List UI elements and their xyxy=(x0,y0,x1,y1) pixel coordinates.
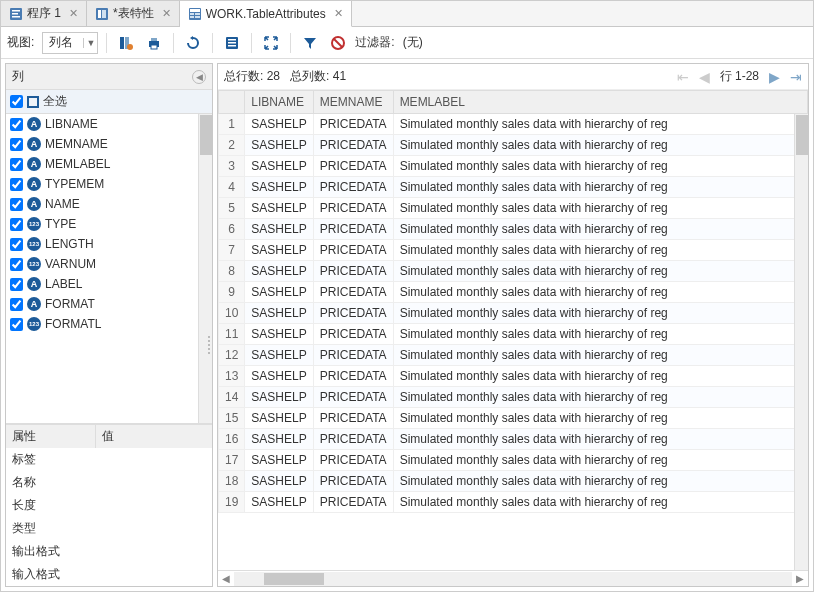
column-item[interactable]: 123LENGTH xyxy=(6,234,212,254)
cell-libname[interactable]: SASHELP xyxy=(245,324,313,345)
next-page-button[interactable]: ▶ xyxy=(769,69,780,85)
scroll-left-icon[interactable]: ◀ xyxy=(218,573,234,584)
row-number-header[interactable] xyxy=(219,91,245,114)
column-item[interactable]: AMEMLABEL xyxy=(6,154,212,174)
print-button[interactable] xyxy=(143,32,165,54)
col-header-memname[interactable]: MEMNAME xyxy=(313,91,393,114)
cell-memname[interactable]: PRICEDATA xyxy=(313,471,393,492)
table-row[interactable]: 9SASHELPPRICEDATASimulated monthly sales… xyxy=(219,282,808,303)
table-row[interactable]: 3SASHELPPRICEDATASimulated monthly sales… xyxy=(219,156,808,177)
cell-memlabel[interactable]: Simulated monthly sales data with hierar… xyxy=(393,471,807,492)
cell-libname[interactable]: SASHELP xyxy=(245,408,313,429)
select-all-row[interactable]: 全选 xyxy=(6,90,212,114)
table-row[interactable]: 6SASHELPPRICEDATASimulated monthly sales… xyxy=(219,219,808,240)
cell-memlabel[interactable]: Simulated monthly sales data with hierar… xyxy=(393,198,807,219)
cell-memlabel[interactable]: Simulated monthly sales data with hierar… xyxy=(393,408,807,429)
table-row[interactable]: 14SASHELPPRICEDATASimulated monthly sale… xyxy=(219,387,808,408)
table-row[interactable]: 2SASHELPPRICEDATASimulated monthly sales… xyxy=(219,135,808,156)
column-item[interactable]: ANAME xyxy=(6,194,212,214)
grid-horizontal-scrollbar[interactable]: ◀ ▶ xyxy=(218,570,808,586)
column-checkbox[interactable] xyxy=(10,298,23,311)
column-item[interactable]: ALIBNAME xyxy=(6,114,212,134)
cell-libname[interactable]: SASHELP xyxy=(245,156,313,177)
cell-memlabel[interactable]: Simulated monthly sales data with hierar… xyxy=(393,429,807,450)
cell-memlabel[interactable]: Simulated monthly sales data with hierar… xyxy=(393,345,807,366)
cell-memname[interactable]: PRICEDATA xyxy=(313,387,393,408)
cell-memname[interactable]: PRICEDATA xyxy=(313,450,393,471)
table-row[interactable]: 7SASHELPPRICEDATASimulated monthly sales… xyxy=(219,240,808,261)
cell-libname[interactable]: SASHELP xyxy=(245,240,313,261)
tab-table-attributes[interactable]: WORK.TableAttributes ✕ xyxy=(180,1,352,27)
cell-libname[interactable]: SASHELP xyxy=(245,114,313,135)
column-item[interactable]: 123TYPE xyxy=(6,214,212,234)
list-button[interactable] xyxy=(221,32,243,54)
cell-libname[interactable]: SASHELP xyxy=(245,366,313,387)
clear-filter-button[interactable] xyxy=(327,32,349,54)
scrollbar-thumb[interactable] xyxy=(264,573,324,585)
cell-libname[interactable]: SASHELP xyxy=(245,429,313,450)
table-row[interactable]: 11SASHELPPRICEDATASimulated monthly sale… xyxy=(219,324,808,345)
col-header-memlabel[interactable]: MEMLABEL xyxy=(393,91,807,114)
cell-memlabel[interactable]: Simulated monthly sales data with hierar… xyxy=(393,450,807,471)
close-icon[interactable]: ✕ xyxy=(334,7,343,20)
cell-memname[interactable]: PRICEDATA xyxy=(313,324,393,345)
cell-libname[interactable]: SASHELP xyxy=(245,282,313,303)
property-row[interactable]: 输出格式 xyxy=(6,540,212,563)
vertical-scrollbar[interactable] xyxy=(198,114,212,423)
column-checkbox[interactable] xyxy=(10,178,23,191)
cell-memlabel[interactable]: Simulated monthly sales data with hierar… xyxy=(393,219,807,240)
tab-program[interactable]: 程序 1 ✕ xyxy=(1,1,87,26)
property-row[interactable]: 输入格式 xyxy=(6,563,212,586)
cell-libname[interactable]: SASHELP xyxy=(245,219,313,240)
cell-libname[interactable]: SASHELP xyxy=(245,345,313,366)
column-checkbox[interactable] xyxy=(10,318,23,331)
cell-memname[interactable]: PRICEDATA xyxy=(313,282,393,303)
cell-memlabel[interactable]: Simulated monthly sales data with hierar… xyxy=(393,324,807,345)
table-row[interactable]: 15SASHELPPRICEDATASimulated monthly sale… xyxy=(219,408,808,429)
cell-memlabel[interactable]: Simulated monthly sales data with hierar… xyxy=(393,156,807,177)
cell-memlabel[interactable]: Simulated monthly sales data with hierar… xyxy=(393,114,807,135)
filter-button[interactable] xyxy=(299,32,321,54)
refresh-button[interactable] xyxy=(182,32,204,54)
cell-memname[interactable]: PRICEDATA xyxy=(313,240,393,261)
property-row[interactable]: 标签 xyxy=(6,448,212,471)
cell-memname[interactable]: PRICEDATA xyxy=(313,219,393,240)
close-icon[interactable]: ✕ xyxy=(162,7,171,20)
column-checkbox[interactable] xyxy=(10,278,23,291)
cell-memlabel[interactable]: Simulated monthly sales data with hierar… xyxy=(393,366,807,387)
cell-libname[interactable]: SASHELP xyxy=(245,387,313,408)
cell-libname[interactable]: SASHELP xyxy=(245,135,313,156)
collapse-button[interactable]: ◀ xyxy=(192,70,206,84)
table-row[interactable]: 10SASHELPPRICEDATASimulated monthly sale… xyxy=(219,303,808,324)
cell-libname[interactable]: SASHELP xyxy=(245,471,313,492)
cell-memname[interactable]: PRICEDATA xyxy=(313,345,393,366)
cell-memname[interactable]: PRICEDATA xyxy=(313,135,393,156)
table-row[interactable]: 12SASHELPPRICEDATASimulated monthly sale… xyxy=(219,345,808,366)
column-checkbox[interactable] xyxy=(10,138,23,151)
cell-libname[interactable]: SASHELP xyxy=(245,450,313,471)
column-item[interactable]: ALABEL xyxy=(6,274,212,294)
column-checkbox[interactable] xyxy=(10,258,23,271)
table-row[interactable]: 5SASHELPPRICEDATASimulated monthly sales… xyxy=(219,198,808,219)
cell-memlabel[interactable]: Simulated monthly sales data with hierar… xyxy=(393,261,807,282)
cell-memlabel[interactable]: Simulated monthly sales data with hierar… xyxy=(393,387,807,408)
property-row[interactable]: 类型 xyxy=(6,517,212,540)
prev-page-button[interactable]: ◀ xyxy=(699,69,710,85)
cell-memlabel[interactable]: Simulated monthly sales data with hierar… xyxy=(393,492,807,513)
scroll-right-icon[interactable]: ▶ xyxy=(792,573,808,584)
first-page-button[interactable]: ⇤ xyxy=(677,69,689,85)
column-item[interactable]: AFORMAT xyxy=(6,294,212,314)
splitter-handle[interactable] xyxy=(206,325,212,365)
column-item[interactable]: ATYPEMEM xyxy=(6,174,212,194)
cell-libname[interactable]: SASHELP xyxy=(245,177,313,198)
table-row[interactable]: 16SASHELPPRICEDATASimulated monthly sale… xyxy=(219,429,808,450)
tab-properties[interactable]: *表特性 ✕ xyxy=(87,1,180,26)
view-dropdown[interactable]: 列名 ▼ xyxy=(42,32,98,54)
column-checkbox[interactable] xyxy=(10,198,23,211)
cell-memlabel[interactable]: Simulated monthly sales data with hierar… xyxy=(393,177,807,198)
table-row[interactable]: 4SASHELPPRICEDATASimulated monthly sales… xyxy=(219,177,808,198)
last-page-button[interactable]: ⇥ xyxy=(790,69,802,85)
table-row[interactable]: 18SASHELPPRICEDATASimulated monthly sale… xyxy=(219,471,808,492)
table-row[interactable]: 8SASHELPPRICEDATASimulated monthly sales… xyxy=(219,261,808,282)
table-row[interactable]: 19SASHELPPRICEDATASimulated monthly sale… xyxy=(219,492,808,513)
